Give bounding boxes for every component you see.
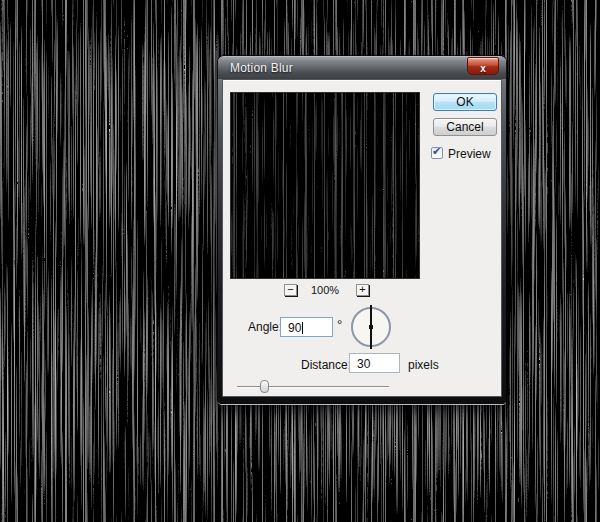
dial-center-dot — [369, 325, 373, 329]
zoom-in-button[interactable]: + — [356, 284, 369, 296]
dialog-titlebar[interactable]: Motion Blur x — [218, 57, 506, 79]
distance-unit: pixels — [408, 358, 439, 372]
cancel-button[interactable]: Cancel — [433, 118, 497, 136]
preview-checkbox-label: Preview — [448, 147, 491, 161]
distance-value: 30 — [357, 357, 370, 371]
motion-blur-dialog: Motion Blur x OK Canc — [218, 56, 506, 404]
close-icon: x — [480, 63, 486, 74]
slider-thumb[interactable] — [260, 380, 269, 393]
angle-value: 90 — [288, 321, 301, 335]
preview-image — [231, 93, 419, 278]
angle-dial[interactable] — [351, 307, 391, 347]
angle-unit: ° — [337, 317, 342, 332]
text-caret — [302, 322, 303, 334]
distance-slider[interactable] — [237, 376, 389, 396]
checkmark-icon: ✔ — [432, 145, 441, 158]
ok-button[interactable]: OK — [433, 93, 497, 111]
close-button[interactable]: x — [467, 57, 499, 75]
preview-texture — [231, 93, 419, 278]
dialog-title: Motion Blur — [230, 61, 293, 75]
distance-input[interactable]: 30 — [349, 353, 400, 373]
preview-checkbox[interactable]: ✔ — [431, 147, 443, 159]
photoshop-canvas: Motion Blur x OK Canc — [0, 0, 600, 522]
angle-label: Angle: — [248, 320, 282, 334]
dialog-body: OK Cancel ✔ Preview − 100% + Angle: 90 °… — [222, 79, 502, 397]
distance-label: Distance: — [301, 358, 351, 372]
angle-input[interactable]: 90 — [280, 317, 333, 337]
